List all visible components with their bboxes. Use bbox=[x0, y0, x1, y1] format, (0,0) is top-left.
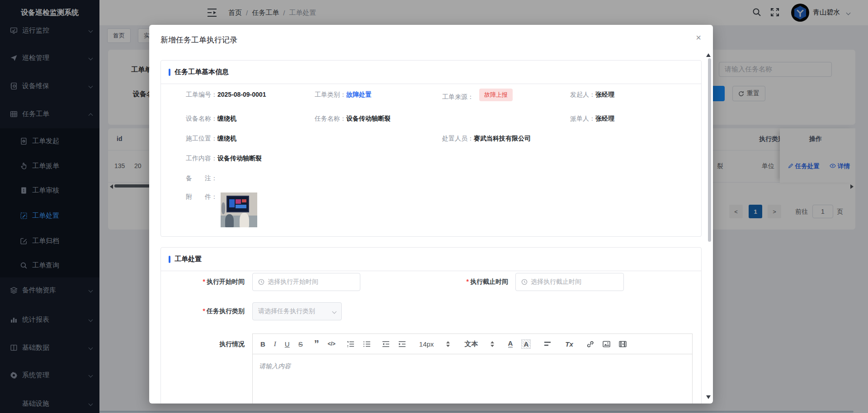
code-button[interactable]: </> bbox=[328, 341, 335, 347]
field-remark: 备 注： bbox=[186, 174, 217, 183]
ordered-list-button[interactable] bbox=[347, 341, 354, 347]
start-time-input[interactable]: 选择执行开始时间 bbox=[252, 273, 360, 291]
field-label: 处置人员： bbox=[442, 135, 474, 142]
order-source-badge: 故障上报 bbox=[479, 89, 513, 101]
clock-icon bbox=[521, 279, 528, 285]
field-initiator: 发起人：张经理 bbox=[570, 91, 614, 99]
modal-scroll-up-arrow[interactable] bbox=[706, 53, 711, 57]
start-time-placeholder: 选择执行开始时间 bbox=[268, 278, 318, 286]
field-label: 任务名称： bbox=[315, 115, 346, 122]
order-type-link[interactable]: 故障处置 bbox=[346, 91, 372, 98]
field-dispatcher: 派单人：张经理 bbox=[570, 115, 614, 123]
add-execution-record-dialog: 新增任务工单执行记录 × 任务工单基本信息 工单编号：2025-08-09-00… bbox=[149, 25, 713, 404]
field-device-name: 设备名称：缠绕机 bbox=[186, 115, 236, 123]
field-value: 缠绕机 bbox=[217, 135, 236, 142]
indent-button[interactable] bbox=[398, 341, 406, 347]
section-title: 任务工单基本信息 bbox=[175, 68, 229, 76]
editor-placeholder: 请输入内容 bbox=[253, 354, 692, 379]
link-button[interactable] bbox=[586, 341, 594, 347]
end-time-placeholder: 选择执行截止时间 bbox=[531, 278, 581, 286]
field-value: 缠绕机 bbox=[217, 115, 236, 122]
clear-format-button[interactable]: Tx bbox=[565, 340, 573, 348]
modal-scroll-down-arrow[interactable] bbox=[706, 395, 711, 399]
blockquote-button[interactable]: ” bbox=[314, 342, 319, 346]
field-task-name: 任务名称：设备传动轴断裂 bbox=[315, 115, 391, 123]
field-label: 设备名称： bbox=[186, 115, 217, 122]
field-attachment: 附 件： bbox=[186, 193, 217, 201]
field-order-no: 工单编号：2025-08-09-0001 bbox=[186, 91, 266, 99]
outdent-button[interactable] bbox=[382, 341, 390, 347]
field-label: 工作内容： bbox=[186, 155, 217, 162]
required-asterisk: * bbox=[467, 278, 469, 285]
bold-button[interactable]: B bbox=[260, 340, 265, 348]
required-asterisk: * bbox=[203, 278, 205, 285]
font-size-select[interactable]: 14px bbox=[419, 340, 434, 348]
field-location: 施工位置：缠绕机 bbox=[186, 135, 236, 143]
align-button[interactable] bbox=[544, 341, 551, 347]
field-value: 设备传动轴断裂 bbox=[217, 155, 262, 162]
field-value: 2025-08-09-0001 bbox=[217, 91, 266, 98]
exec-detail-label: 执行情况 bbox=[161, 340, 245, 348]
basic-info-card: 任务工单基本信息 工单编号：2025-08-09-0001 工单类别：故障处置 … bbox=[160, 60, 702, 237]
field-label: 备 注： bbox=[186, 174, 217, 182]
field-label: 工单类别： bbox=[315, 91, 346, 98]
font-size-stepper[interactable] bbox=[446, 341, 450, 347]
field-label: 施工位置： bbox=[186, 135, 217, 142]
field-value: 张经理 bbox=[595, 91, 614, 98]
dialog-title: 新增任务工单执行记录 bbox=[160, 35, 237, 45]
font-color-button[interactable]: A bbox=[508, 340, 513, 348]
section-title: 工单处置 bbox=[175, 255, 202, 263]
select-chevron-icon bbox=[332, 309, 337, 314]
end-time-input[interactable]: 选择执行截止时间 bbox=[515, 273, 624, 291]
field-value: 张经理 bbox=[595, 115, 614, 122]
required-asterisk: * bbox=[203, 307, 205, 314]
app-root: 设备巡检监测系统 运行监控 巡检管理 设备维保 任务工单 工单发起 bbox=[0, 0, 868, 413]
editor-toolbar: B I U S ” </> 14px 文本 A A Tx bbox=[252, 333, 693, 354]
text-type-select[interactable]: 文本 bbox=[465, 340, 478, 348]
field-value: 设备传动轴断裂 bbox=[346, 115, 391, 122]
section-accent-bar bbox=[169, 69, 170, 76]
clock-icon bbox=[258, 279, 264, 285]
basic-info-header: 任务工单基本信息 bbox=[161, 61, 701, 84]
italic-button[interactable]: I bbox=[274, 340, 276, 348]
field-value: 赛武当科技有限公司 bbox=[474, 135, 531, 142]
strikethrough-button[interactable]: S bbox=[298, 340, 303, 348]
field-handler: 处置人员：赛武当科技有限公司 bbox=[442, 135, 531, 143]
field-work-content: 工作内容：设备传动轴断裂 bbox=[186, 155, 262, 163]
start-time-label: *执行开始时间 bbox=[161, 278, 245, 286]
field-order-source: 工单来源： 故障上报 bbox=[442, 91, 513, 103]
close-icon[interactable]: × bbox=[693, 32, 704, 43]
underline-button[interactable]: U bbox=[285, 340, 290, 348]
field-label: 派单人： bbox=[570, 115, 595, 122]
insert-video-button[interactable] bbox=[619, 341, 627, 347]
editor-content-area[interactable]: 请输入内容 bbox=[252, 354, 693, 404]
insert-image-button[interactable] bbox=[603, 341, 610, 347]
process-card: 工单处置 *执行开始时间 选择执行开始时间 *执行截止时间 选择执行截止时间 *… bbox=[160, 247, 702, 404]
field-label: 工单来源： bbox=[442, 93, 474, 100]
bullet-list-button[interactable] bbox=[363, 341, 371, 347]
process-header: 工单处置 bbox=[161, 248, 701, 271]
end-time-label: *执行截止时间 bbox=[425, 278, 508, 286]
section-accent-bar bbox=[169, 256, 170, 263]
attachment-thumbnail[interactable] bbox=[221, 192, 257, 227]
field-label: 附 件： bbox=[186, 193, 217, 200]
exec-type-select[interactable]: 请选择任务执行类别 bbox=[252, 302, 342, 320]
field-label: 发起人： bbox=[570, 91, 595, 98]
field-label: 工单编号： bbox=[186, 91, 217, 98]
exec-type-label: *任务执行类别 bbox=[161, 307, 245, 315]
exec-type-placeholder: 请选择任务执行类别 bbox=[258, 307, 315, 315]
bg-color-button[interactable]: A bbox=[521, 339, 531, 349]
field-order-type: 工单类别：故障处置 bbox=[315, 91, 372, 99]
modal-scrollbar-thumb[interactable] bbox=[708, 58, 711, 242]
text-type-stepper[interactable] bbox=[491, 341, 494, 347]
